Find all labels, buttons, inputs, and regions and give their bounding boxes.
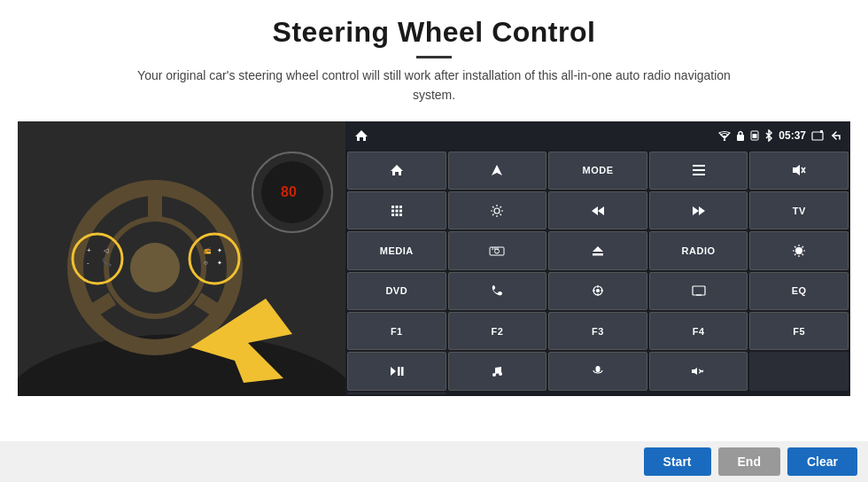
svg-point-23 <box>724 139 725 141</box>
grid-btn-brightness[interactable] <box>749 231 849 269</box>
svg-marker-81 <box>692 368 697 375</box>
grid-btn-nav[interactable] <box>448 152 547 190</box>
svg-rect-24 <box>737 135 744 141</box>
page-title: Steering Wheel Control <box>35 16 833 49</box>
svg-text:📞: 📞 <box>102 257 112 268</box>
wifi-status-icon <box>718 130 731 141</box>
svg-point-4 <box>130 243 180 292</box>
grid-btn-mic[interactable] <box>548 352 647 390</box>
status-time: 05:37 <box>779 129 806 142</box>
svg-text:-: - <box>87 259 89 267</box>
svg-text:○: ○ <box>204 259 208 267</box>
home-icon <box>354 128 368 143</box>
svg-marker-50 <box>699 206 705 215</box>
grid-btn-playpause[interactable] <box>347 352 446 390</box>
svg-marker-48 <box>592 206 598 215</box>
svg-marker-29 <box>391 165 403 175</box>
grid-btn-eject[interactable] <box>548 231 647 269</box>
svg-rect-37 <box>391 206 394 208</box>
grid-btn-vol-phone[interactable] <box>649 352 748 390</box>
svg-marker-47 <box>598 206 604 215</box>
svg-point-56 <box>796 248 802 254</box>
svg-rect-40 <box>391 209 394 212</box>
svg-marker-30 <box>492 165 502 175</box>
svg-rect-45 <box>399 214 402 216</box>
content-area: + ◁ - 📞 📻 ✦ ○ ✦ 80 <box>0 121 868 396</box>
grid-btn-list[interactable] <box>649 152 748 190</box>
grid-btn-prev[interactable] <box>548 191 647 229</box>
grid-btn-360[interactable]: 360 <box>448 231 547 269</box>
svg-text:360: 360 <box>492 246 499 251</box>
lock-status-icon <box>736 130 745 141</box>
grid-btn-next[interactable] <box>649 191 748 229</box>
sim-status-icon <box>750 130 759 141</box>
svg-rect-55 <box>593 253 603 256</box>
grid-btn-settings[interactable] <box>448 191 547 229</box>
grid-btn-f1[interactable]: F1 <box>347 312 446 350</box>
status-right: 05:37 <box>718 129 841 142</box>
grid-btn-f5[interactable]: F5 <box>749 312 849 350</box>
start-button[interactable]: Start <box>644 447 711 476</box>
svg-rect-31 <box>693 165 705 167</box>
grid-btn-mode[interactable]: MODE <box>548 152 647 190</box>
bluetooth-status-icon <box>764 129 773 142</box>
svg-rect-39 <box>399 206 402 208</box>
svg-text:✦: ✦ <box>217 260 222 266</box>
svg-rect-71 <box>693 286 705 295</box>
grid-btn-screen[interactable] <box>649 272 748 310</box>
svg-rect-78 <box>595 366 600 372</box>
status-bar: 05:37 <box>345 121 850 150</box>
back-status-icon <box>829 130 841 141</box>
radio-panel: 05:37 <box>345 121 850 396</box>
svg-text:80: 80 <box>281 184 297 199</box>
page-header: Steering Wheel Control Your original car… <box>0 0 868 114</box>
grid-btn-media[interactable]: MEDIA <box>347 231 446 269</box>
grid-btn-gps[interactable] <box>548 272 647 310</box>
title-divider <box>416 56 452 58</box>
grid-btn-empty1 <box>749 352 849 390</box>
bottom-action-bar: Start End Clear <box>0 441 868 482</box>
grid-btn-apps[interactable] <box>347 191 446 229</box>
button-grid: MODE <box>345 150 850 396</box>
grid-btn-dvd[interactable]: DVD <box>347 272 446 310</box>
svg-rect-32 <box>693 169 705 171</box>
svg-rect-75 <box>401 367 404 376</box>
grid-btn-empty2 <box>347 393 446 394</box>
grid-btn-eq[interactable]: EQ <box>749 272 849 310</box>
svg-rect-38 <box>395 206 398 208</box>
svg-marker-54 <box>593 246 603 252</box>
svg-rect-27 <box>812 132 823 140</box>
page-subtitle: Your original car's steering wheel contr… <box>124 66 744 105</box>
svg-rect-43 <box>391 214 394 216</box>
svg-point-46 <box>494 208 500 214</box>
svg-point-66 <box>596 290 599 292</box>
svg-rect-74 <box>398 367 400 376</box>
svg-line-64 <box>794 254 796 256</box>
svg-marker-73 <box>391 367 396 376</box>
grid-btn-f4[interactable]: F4 <box>649 312 748 350</box>
grid-btn-mute[interactable] <box>749 152 849 190</box>
svg-line-62 <box>802 254 804 256</box>
svg-rect-41 <box>395 209 398 212</box>
svg-line-63 <box>802 246 804 248</box>
svg-rect-42 <box>399 209 402 212</box>
svg-point-77 <box>499 372 502 376</box>
screenshot-status-icon <box>811 130 824 141</box>
grid-btn-phone[interactable] <box>448 272 547 310</box>
svg-line-61 <box>794 246 796 248</box>
grid-btn-home[interactable] <box>347 152 446 190</box>
svg-rect-28 <box>820 130 823 133</box>
grid-btn-tv[interactable]: TV <box>749 191 849 229</box>
grid-btn-f2[interactable]: F2 <box>448 312 547 350</box>
grid-btn-f3[interactable]: F3 <box>548 312 647 350</box>
grid-btn-radio[interactable]: RADIO <box>649 231 748 269</box>
clear-button[interactable]: Clear <box>787 447 857 476</box>
svg-marker-22 <box>355 130 368 141</box>
svg-rect-33 <box>693 174 705 175</box>
svg-text:✦: ✦ <box>217 247 222 253</box>
grid-btn-music[interactable] <box>448 352 547 390</box>
status-left <box>354 128 368 143</box>
end-button[interactable]: End <box>718 447 780 476</box>
svg-rect-44 <box>395 214 398 216</box>
car-image: + ◁ - 📞 📻 ✦ ○ ✦ 80 <box>18 121 345 396</box>
